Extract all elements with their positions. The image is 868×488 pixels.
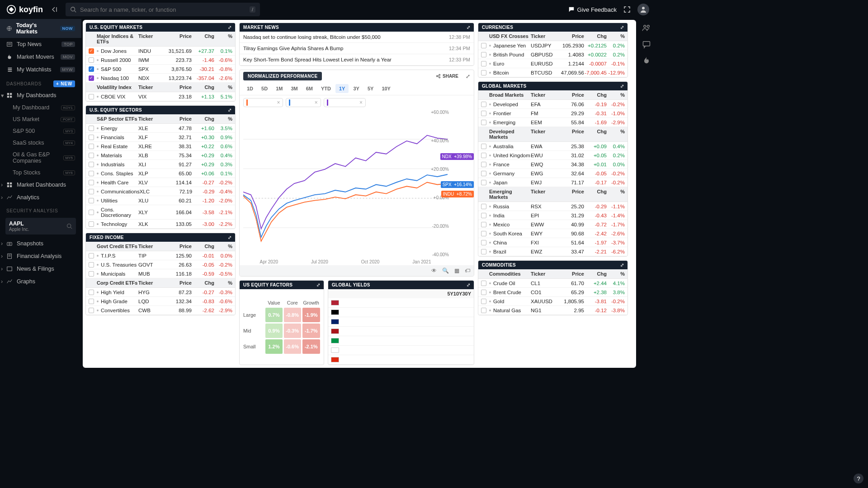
checkbox[interactable] [89, 57, 94, 63]
yield-row[interactable]: Spain-0.315%0.264%- [328, 327, 474, 336]
table-row[interactable]: JapanEWJ71.17-0.17-0.2% [478, 178, 627, 187]
checkbox[interactable] [481, 43, 486, 48]
remove-chip-icon[interactable]: × [359, 99, 363, 106]
table-row[interactable]: MunicipalsMUB116.18-0.59-0.5% [86, 269, 235, 278]
factor-cell[interactable]: -1.9% [302, 308, 320, 322]
news-item[interactable]: Nasdaq set to continue losing streak, Bi… [240, 32, 474, 43]
checkbox[interactable] [481, 231, 486, 236]
range-5Y[interactable]: 5Y [364, 84, 377, 93]
range-1D[interactable]: 1D [243, 84, 257, 93]
checkbox[interactable] [89, 171, 94, 176]
dashboard-item[interactable]: SaaS stocksMY4 [0, 137, 81, 149]
expand-icon[interactable]: ⤢ [620, 25, 624, 30]
checkbox[interactable] [481, 213, 486, 218]
dashboard-item[interactable]: Top StocksMY6 [0, 167, 81, 178]
expand-icon[interactable]: ⤢ [228, 108, 231, 113]
checkbox[interactable] [89, 75, 94, 81]
checkbox[interactable] [481, 70, 486, 75]
expand-icon[interactable]: ⤢ [620, 84, 624, 89]
table-row[interactable]: AustraliaEWA25.38+0.090.4% [478, 142, 627, 151]
share-button[interactable]: SHARE [436, 74, 458, 79]
user-avatar[interactable] [637, 4, 649, 15]
checkbox[interactable] [481, 153, 486, 158]
table-row[interactable]: EmergingEEM55.84-1.69-2.9% [478, 118, 627, 127]
sidebar-item-analytics[interactable]: ›Analytics [0, 191, 81, 204]
table-row[interactable]: S&P 500SPX3,876.50-30.21-0.8% [86, 65, 235, 74]
checkbox[interactable] [481, 249, 486, 254]
yield-row[interactable]: Japan-0.089%0.122%0.705% [328, 346, 474, 355]
zoom-icon[interactable]: 🔍 [442, 267, 449, 274]
checkbox[interactable] [481, 120, 486, 125]
table-row[interactable]: GermanyEWG32.64-0.05-0.2% [478, 169, 627, 178]
checkbox[interactable] [89, 253, 94, 258]
yield-row[interactable]: United States0.597%1.369%2.180% [328, 298, 474, 308]
factor-cell[interactable]: -0.6% [284, 339, 301, 354]
table-row[interactable]: FranceEWQ34.38+0.010.0% [478, 160, 627, 169]
expand-icon[interactable]: ⤢ [620, 263, 624, 267]
factor-cell[interactable]: 1.2% [265, 339, 283, 354]
checkbox[interactable] [89, 135, 94, 140]
checkbox[interactable] [89, 189, 94, 194]
app-logo[interactable]: koyfin [6, 5, 43, 14]
checkbox[interactable] [481, 240, 486, 245]
expand-icon[interactable]: ⤢ [228, 235, 231, 240]
table-row[interactable]: GoldXAUUSD1,805.95-3.81-0.2% [478, 297, 627, 306]
series-chip[interactable]: Dow Jones× [243, 98, 283, 107]
range-YTD[interactable]: YTD [317, 84, 335, 93]
series-chip[interactable]: Nasdaq 100× [324, 98, 366, 107]
sidebar-item-graphs[interactable]: ›Graphs [0, 275, 81, 288]
expand-icon[interactable]: ⤢ [228, 25, 231, 30]
table-row[interactable]: Health CareXLV114.14-0.27-0.2% [86, 178, 235, 187]
dashboard-item[interactable]: US MarketPORT [0, 113, 81, 125]
checkbox[interactable] [481, 281, 486, 286]
table-row[interactable]: Dow JonesINDU31,521.69+27.370.1% [86, 47, 235, 56]
checkbox[interactable] [89, 290, 94, 295]
checkbox[interactable] [481, 290, 486, 295]
sidebar-item-my-watchlists[interactable]: My WatchlistsMYW [0, 63, 81, 76]
yield-row[interactable]: Italy0.051%0.599%1.534% [328, 336, 474, 346]
users-icon[interactable] [642, 23, 651, 33]
fullscreen-icon[interactable] [623, 5, 631, 14]
table-row[interactable]: U.S. TreasuriesGOVT26.63-0.05-0.2% [86, 260, 235, 269]
table-row[interactable]: South KoreaEWY90.68-2.42-2.6% [478, 229, 627, 238]
checkbox[interactable] [481, 204, 486, 209]
sidebar-item-my-dashboards[interactable]: ▾My Dashboards [0, 89, 81, 102]
table-row[interactable]: CommunicationsXLC72.19-0.29-0.4% [86, 187, 235, 196]
factor-cell[interactable]: -0.3% [284, 324, 301, 338]
range-1M[interactable]: 1M [272, 84, 286, 93]
table-row[interactable]: United KingdomEWU31.02+0.050.2% [478, 151, 627, 160]
checkbox[interactable] [481, 102, 486, 107]
checkbox[interactable] [481, 111, 486, 116]
checkbox[interactable] [481, 162, 486, 167]
table-row[interactable]: ConvertiblesCWB88.99-2.62-2.9% [86, 306, 235, 315]
table-row[interactable]: Brent CrudeCO165.29+2.383.8% [478, 288, 627, 297]
series-chip[interactable]: S&P 500× [286, 98, 321, 107]
flame-icon[interactable] [642, 56, 651, 65]
checkbox[interactable] [481, 299, 486, 304]
table-row[interactable]: EuroEURUSD1.2144-0.0007-0.1% [478, 59, 627, 68]
visibility-icon[interactable]: 👁 [431, 267, 437, 274]
checkbox[interactable] [89, 299, 94, 304]
table-row[interactable]: IndustrialsXLI91.27+0.290.3% [86, 160, 235, 169]
range-5D[interactable]: 5D [258, 84, 271, 93]
checkbox[interactable] [481, 144, 486, 149]
checkbox[interactable] [481, 180, 486, 185]
new-dashboard-button[interactable]: + NEW [53, 80, 75, 87]
yield-row[interactable]: China3.070%3.309%3.817% [328, 355, 474, 365]
table-row[interactable]: Real EstateXLRE38.31+0.220.6% [86, 142, 235, 151]
checkbox[interactable] [89, 153, 94, 158]
table-row[interactable]: Japanese YenUSDJPY105.2930+0.21250.2% [478, 41, 627, 50]
checkbox[interactable] [89, 308, 94, 313]
checkbox[interactable] [481, 61, 486, 66]
checkbox[interactable] [89, 271, 94, 277]
factor-cell[interactable]: -2.1% [302, 339, 320, 354]
checkbox[interactable] [481, 308, 486, 313]
checkbox[interactable] [89, 126, 94, 131]
sidebar-item-news-filings[interactable]: ›News & Filings [0, 263, 81, 275]
checkbox[interactable] [481, 171, 486, 176]
checkbox[interactable] [89, 94, 94, 99]
sidebar-item-financial-analysis[interactable]: ›Financial Analysis [0, 250, 81, 263]
table-row[interactable]: EnergyXLE47.78+1.603.5% [86, 124, 235, 133]
table-row[interactable]: RussiaRSX25.20-0.29-1.1% [478, 202, 627, 211]
checkbox[interactable] [89, 221, 94, 227]
